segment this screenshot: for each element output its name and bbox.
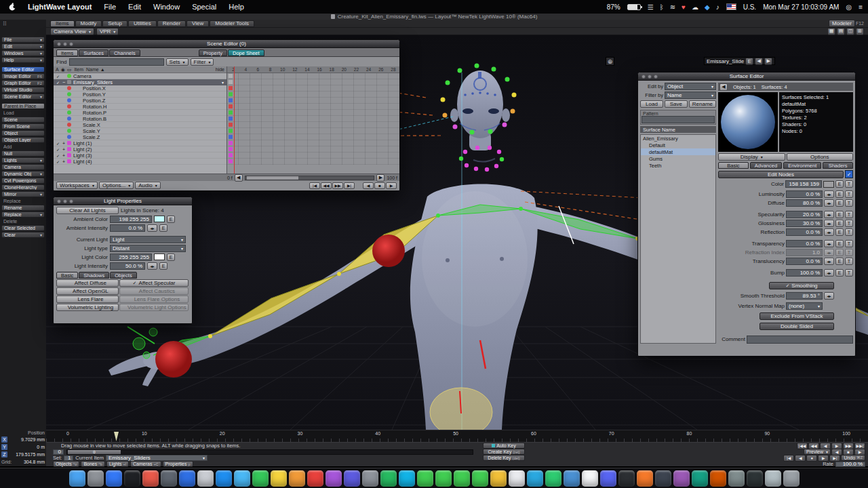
toolbar-tab[interactable]: Modeler Tools bbox=[210, 20, 254, 27]
dock-app-icon[interactable] bbox=[765, 470, 781, 487]
surface-list-item[interactable]: Teeth bbox=[641, 162, 715, 169]
envelope-button[interactable]: E bbox=[835, 190, 844, 198]
status-icon[interactable]: ♥ bbox=[682, 3, 686, 11]
envelope-button[interactable]: E bbox=[745, 58, 753, 65]
light-toggle-button[interactable]: ✓Affect Diffuse bbox=[56, 279, 119, 287]
envelope-button[interactable]: E bbox=[835, 228, 844, 236]
dock-app-icon[interactable] bbox=[454, 470, 470, 487]
edit-by-dropdown[interactable]: Object▾ bbox=[665, 83, 716, 90]
light-toggle-button[interactable]: ✓Lens Flare Options bbox=[119, 296, 189, 303]
surface-tab[interactable]: Basic bbox=[718, 162, 749, 169]
chevron-down-icon[interactable]: ▾ bbox=[222, 80, 224, 85]
menubar-menu-item[interactable]: Window bbox=[147, 3, 186, 11]
column-icon[interactable]: ▭ bbox=[67, 67, 72, 73]
input-source-label[interactable]: U.S. bbox=[743, 3, 756, 11]
dock-app-icon[interactable] bbox=[527, 470, 543, 487]
envelope-button[interactable]: E bbox=[159, 262, 167, 270]
surface-tab[interactable]: Shaders bbox=[823, 162, 853, 169]
dock-app-icon[interactable] bbox=[399, 470, 415, 487]
dope-sheet-row[interactable] bbox=[227, 146, 399, 152]
sidebar-item[interactable]: Camera ▾ bbox=[1, 164, 45, 170]
traffic-lights[interactable] bbox=[57, 42, 73, 46]
stepper[interactable]: ◂▸ bbox=[147, 224, 157, 232]
edit-nodes-checkbox[interactable]: ✓ bbox=[845, 170, 853, 178]
frame-field[interactable]: 0 bbox=[53, 449, 64, 455]
dock-app-icon[interactable] bbox=[362, 470, 378, 487]
column-icon[interactable]: A bbox=[56, 67, 59, 73]
sidebar-item[interactable]: Help ▾ bbox=[1, 57, 45, 63]
surface-list-item[interactable]: Gums bbox=[641, 155, 715, 162]
smooth-threshold-field[interactable]: 89.53 ° bbox=[786, 292, 823, 300]
selection-mode-button[interactable]: Lights+l bbox=[106, 461, 129, 467]
playback-button[interactable]: ■ bbox=[374, 182, 385, 189]
sidebar-item[interactable]: CloneHierarchy ▾ bbox=[1, 184, 45, 190]
vertex-normal-dropdown[interactable]: (none)▾ bbox=[786, 302, 823, 310]
double-sided-button[interactable]: Double Sided bbox=[760, 323, 834, 330]
sidebar-item[interactable]: Windows ▾ bbox=[1, 50, 45, 56]
viewport-layout-icon[interactable]: ⊞ bbox=[856, 28, 864, 35]
frame-slider[interactable]: 0 bbox=[66, 449, 473, 455]
save-button[interactable]: Save bbox=[665, 100, 688, 108]
texture-button[interactable]: T bbox=[845, 269, 853, 277]
delete-key-button[interactable]: Delete Key(del) bbox=[483, 455, 525, 461]
viewport-layout-icon[interactable]: ▤ bbox=[837, 28, 845, 35]
dock-app-icon[interactable] bbox=[655, 470, 671, 487]
shuttle-button[interactable]: ● bbox=[806, 455, 817, 462]
options-button[interactable]: Options bbox=[787, 153, 854, 161]
dope-sheet-row[interactable] bbox=[227, 116, 399, 122]
stepper[interactable]: ◂▸ bbox=[824, 228, 834, 236]
param-value-field[interactable]: 20.0 % bbox=[786, 211, 823, 218]
column-icon[interactable]: ◉ bbox=[61, 67, 65, 73]
dock-app-icon[interactable] bbox=[142, 470, 159, 487]
sidebar-item[interactable]: Parent in Place ▾ bbox=[1, 103, 45, 109]
stepper[interactable]: ◂▸ bbox=[824, 220, 834, 227]
toolbar-tab[interactable]: Utilities bbox=[128, 20, 157, 27]
sidebar-item[interactable]: Edit ▾ bbox=[1, 43, 45, 49]
light-toggle-button[interactable]: ✓Affect OpenGL bbox=[56, 287, 119, 295]
light-properties-titlebar[interactable]: Light Properties bbox=[54, 197, 192, 205]
param-value-field[interactable]: 0.0 % bbox=[786, 258, 823, 265]
load-button[interactable]: Load bbox=[640, 100, 663, 108]
dope-sheet-row[interactable] bbox=[227, 104, 399, 110]
frame-ruler[interactable]: 0102030405060708090100 bbox=[46, 430, 868, 442]
dock-app-icon[interactable] bbox=[582, 470, 598, 487]
toolbar-tab[interactable]: Modify bbox=[75, 20, 102, 27]
shuttle-button[interactable]: ▶ bbox=[818, 455, 829, 462]
dock-app-icon[interactable] bbox=[435, 470, 452, 487]
dock-app-icon[interactable] bbox=[490, 470, 507, 487]
find-input[interactable] bbox=[69, 58, 164, 66]
audio-dropdown[interactable]: Audio▾ bbox=[135, 182, 160, 189]
scene-editor-tab[interactable]: Surfaces bbox=[79, 49, 108, 56]
menubar-menu-item[interactable]: Help bbox=[222, 3, 250, 11]
texture-button[interactable]: T bbox=[845, 180, 853, 188]
workspaces-dropdown[interactable]: Workspaces▾ bbox=[56, 182, 98, 189]
dock-app-icon[interactable] bbox=[692, 470, 708, 487]
menubar-menu-item[interactable]: File bbox=[98, 3, 122, 11]
sets-dropdown[interactable]: Sets▾ bbox=[166, 58, 189, 66]
dock-app-icon[interactable] bbox=[289, 470, 305, 487]
dock-app-icon[interactable] bbox=[564, 470, 580, 487]
viewport-layout-icon[interactable]: ▦ bbox=[827, 28, 835, 35]
stepper[interactable]: ◂▸ bbox=[824, 190, 834, 198]
dock-app-icon[interactable] bbox=[509, 470, 525, 487]
undo-button[interactable]: Undo⌘Z bbox=[841, 455, 865, 461]
dope-scrollbar[interactable] bbox=[245, 176, 375, 180]
menubar-menu-item[interactable]: Edit bbox=[122, 3, 147, 11]
sidebar-item[interactable]: Surface Editor ▾ bbox=[1, 66, 45, 73]
sidebar-item[interactable]: Replace ▾ bbox=[1, 211, 45, 218]
stepper[interactable]: ◂▸ bbox=[824, 199, 834, 207]
dope-sheet-row[interactable] bbox=[227, 79, 399, 85]
dock-app-icon[interactable] bbox=[637, 470, 653, 487]
frame-slider-handle[interactable]: 0 bbox=[68, 450, 121, 454]
dope-sheet-row[interactable] bbox=[227, 134, 399, 140]
sidebar-item[interactable]: Clear Selected ▾ bbox=[1, 225, 45, 231]
sidebar-item[interactable]: From Scene ▾ bbox=[1, 123, 45, 129]
status-icon[interactable]: ≋ bbox=[670, 3, 675, 11]
surface-preview[interactable] bbox=[718, 92, 778, 152]
current-light-dropdown[interactable]: Light▾ bbox=[110, 236, 186, 243]
dock-app-icon[interactable] bbox=[417, 470, 433, 487]
sidebar-item[interactable]: ▾ bbox=[1, 100, 45, 102]
sidebar-item[interactable]: Lights ▾ bbox=[1, 157, 45, 163]
stepper[interactable]: ◂▸ bbox=[824, 292, 834, 300]
toolbar-tab[interactable]: View bbox=[186, 20, 209, 27]
